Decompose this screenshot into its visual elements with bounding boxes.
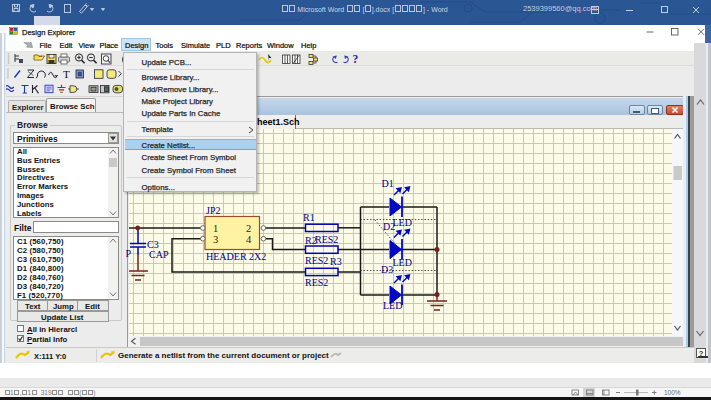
svg-text:LED: LED [393, 257, 412, 268]
svg-text:JP2: JP2 [206, 205, 220, 216]
svg-text:R3: R3 [330, 256, 342, 267]
svg-text:LED: LED [383, 300, 402, 311]
svg-text:T: T [63, 68, 70, 80]
svg-text:1: 1 [213, 223, 218, 234]
svg-text:D2: D2 [383, 221, 395, 232]
svg-text:3: 3 [213, 234, 218, 245]
svg-text:RES2: RES2 [305, 277, 328, 288]
svg-text:LED: LED [393, 217, 412, 228]
svg-text:CAP: CAP [149, 249, 169, 260]
svg-text:RES2: RES2 [315, 234, 338, 245]
svg-text:HEADER 2X2: HEADER 2X2 [206, 251, 266, 262]
svg-text:4: 4 [246, 234, 252, 245]
svg-text:RES2: RES2 [305, 255, 328, 266]
svg-text:100%: 100% [664, 389, 681, 396]
svg-text:D1: D1 [382, 178, 394, 189]
svg-text:D3: D3 [381, 264, 393, 275]
svg-text:?: ? [353, 53, 359, 65]
svg-text:2: 2 [246, 223, 251, 234]
svg-text:R1: R1 [303, 212, 315, 223]
